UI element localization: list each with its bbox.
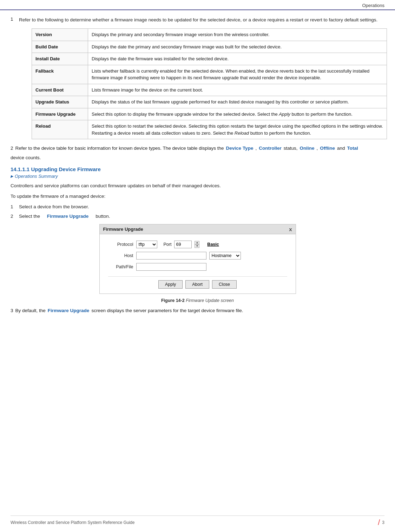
para3-text-after: screen displays the server parameters fo… (91, 307, 243, 314)
figure-desc: Firmware Update screen (186, 298, 234, 303)
path-label: Path/File (108, 264, 133, 269)
apply-button[interactable]: Apply (158, 280, 183, 289)
table-cell-desc: Displays the status of the last firmware… (88, 96, 387, 108)
page-header: Operations (0, 0, 395, 10)
table-row: ReloadSelect this option to restart the … (32, 120, 387, 139)
table-row: Upgrade StatusDisplays the status of the… (32, 96, 387, 108)
dialog-buttons: Apply Abort Close (108, 276, 287, 289)
para2-text-before: Refer to the device table for basic info… (15, 145, 224, 152)
para2-block: 2 Refer to the device table for basic in… (11, 145, 384, 161)
table-cell-label: Reload (32, 120, 88, 139)
port-label: Port (164, 242, 172, 247)
path-row: Path/File (108, 263, 287, 271)
host-row: Host Hostname (108, 252, 287, 260)
para2-num: 2 (11, 145, 13, 152)
para3-block: 3 By default, the Firmware Upgrade scree… (11, 307, 384, 314)
step1-num: 1 (11, 203, 16, 210)
step2-text-after: button. (96, 213, 110, 220)
para2-controller: Controller (259, 145, 282, 152)
figure-caption: Figure 14-2 Firmware Update screen (11, 298, 384, 303)
basic-link[interactable]: Basic (207, 242, 219, 247)
info-table: VersionDisplays the primary and secondar… (32, 28, 387, 139)
firmware-dialog-container: Firmware Upgrade x Protocol tftp Port ▲ … (11, 224, 384, 296)
table-cell-label: Current Boot (32, 84, 88, 96)
protocol-select[interactable]: tftp (136, 241, 157, 248)
footer-slash: / (378, 518, 380, 527)
para2-status: status, (284, 145, 298, 152)
table-cell-label: Version (32, 29, 88, 41)
table-cell-label: Firmware Upgrade (32, 108, 88, 120)
dialog-title: Firmware Upgrade (103, 227, 143, 232)
figure-label: Figure 14-2 (161, 298, 185, 303)
para2-total: Total (347, 145, 358, 152)
page-content: 1 Refer to the following to determine wh… (0, 10, 395, 335)
para2-device-type: Device Type (226, 145, 254, 152)
table-cell-label: Upgrade Status (32, 96, 88, 108)
table-row: Build DateDisplays the date the primary … (32, 41, 387, 53)
host-label: Host (108, 253, 133, 258)
para2-and: and (337, 145, 345, 152)
step2-num: 2 (11, 213, 16, 220)
table-cell-label: Install Date (32, 53, 88, 65)
table-row: Install DateDisplays the date the firmwa… (32, 53, 387, 65)
table-row: FallbackLists whether fallback is curren… (32, 65, 387, 84)
hostname-select[interactable]: Hostname (209, 252, 241, 260)
firmware-upgrade-dialog: Firmware Upgrade x Protocol tftp Port ▲ … (99, 224, 296, 294)
para2-end: device counts. (11, 154, 41, 161)
ops-summary-label: Operations Summary (15, 174, 58, 179)
step-2: 2 Select the Firmware Upgrade button. (11, 213, 384, 220)
protocol-row: Protocol tftp Port ▲ ▼ Basic (108, 241, 287, 248)
path-input[interactable] (136, 263, 206, 271)
operations-summary-link[interactable]: Operations Summary (11, 174, 384, 179)
table-row: VersionDisplays the primary and secondar… (32, 29, 387, 41)
table-cell-desc: Displays the date the firmware was insta… (88, 53, 387, 65)
dialog-body: Protocol tftp Port ▲ ▼ Basic Host (100, 234, 296, 294)
table-row: Firmware UpgradeSelect this option to di… (32, 108, 387, 120)
step1-text: Select a device from the browser. (19, 203, 89, 210)
spin-down[interactable]: ▼ (195, 244, 199, 248)
para3-num: 3 (11, 307, 13, 314)
para3-link: Firmware Upgrade (48, 307, 90, 314)
steps-list: 1 Select a device from the browser. 2 Se… (11, 203, 384, 220)
intro-paragraph: 1 Refer to the following to determine wh… (11, 16, 384, 23)
para2-offline: Offline (320, 145, 335, 152)
port-spinbox[interactable]: ▲ ▼ (195, 241, 199, 248)
table-cell-desc: Lists firmware image for the device on t… (88, 84, 387, 96)
intro-text: Refer to the following to determine whet… (19, 16, 377, 23)
step-1: 1 Select a device from the browser. (11, 203, 384, 210)
step2-fw-link: Firmware Upgrade (47, 213, 89, 220)
para3-text-before: By default, the (15, 307, 46, 314)
body-para1: Controllers and service platforms can co… (11, 182, 384, 189)
para2-comma2: , (316, 145, 318, 152)
dialog-titlebar: Firmware Upgrade x (100, 224, 296, 234)
body-para2: To update the firmware of a managed devi… (11, 193, 384, 200)
section-heading: 14.1.1.1 Upgrading Device Firmware (11, 166, 384, 172)
spin-up[interactable]: ▲ (195, 241, 199, 244)
para2-comma1: , (255, 145, 257, 152)
table-row: Current BootLists firmware image for the… (32, 84, 387, 96)
footer-left: Wireless Controller and Service Platform… (11, 520, 134, 525)
page-footer: Wireless Controller and Service Platform… (11, 516, 384, 527)
port-input[interactable] (174, 241, 192, 248)
table-cell-label: Fallback (32, 65, 88, 84)
para2-online: Online (299, 145, 314, 152)
abort-button[interactable]: Abort (185, 280, 209, 289)
footer-page: 3 (382, 520, 384, 525)
table-cell-desc: Select this option to display the firmwa… (88, 108, 387, 120)
footer-right: / 3 (376, 518, 384, 527)
protocol-label: Protocol (108, 242, 133, 247)
step2-text-before: Select the (19, 213, 40, 220)
table-cell-desc: Lists whether fallback is currently enab… (88, 65, 387, 84)
close-button[interactable]: Close (212, 280, 237, 289)
table-cell-label: Build Date (32, 41, 88, 53)
header-title: Operations (362, 3, 384, 8)
table-cell-desc: Displays the primary and secondary firmw… (88, 29, 387, 41)
table-cell-desc: Displays the date the primary and second… (88, 41, 387, 53)
host-input[interactable] (136, 252, 206, 260)
table-cell-desc: Select this option to restart the select… (88, 120, 387, 139)
dialog-close-x[interactable]: x (289, 226, 292, 232)
intro-num: 1 (11, 16, 16, 23)
